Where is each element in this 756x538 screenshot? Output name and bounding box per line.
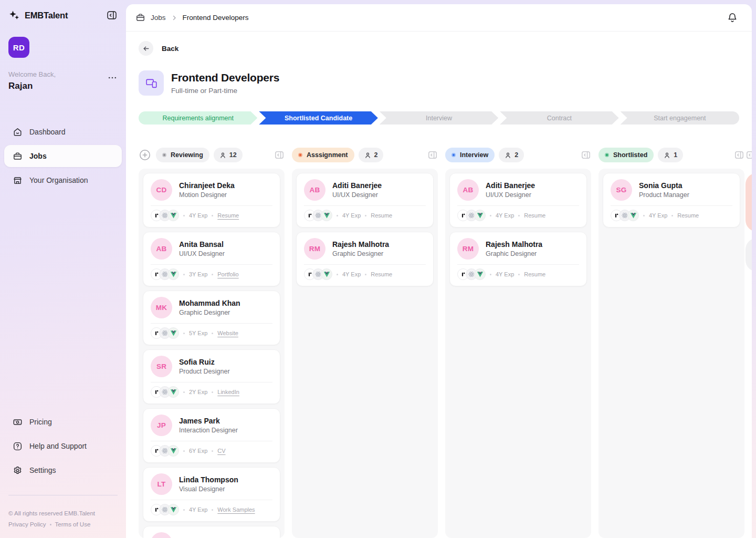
column-body: ABAditi BanerjeeUI/UX Designer4Y ExpResu… xyxy=(292,169,438,538)
pipeline-stage-requirements-alignment[interactable]: Requirements alignment xyxy=(139,111,257,125)
candidate-avatar: SG xyxy=(611,179,632,201)
experience-label: 4Y Exp xyxy=(189,212,207,219)
sidebar-item-jobs[interactable]: Jobs xyxy=(4,145,122,167)
candidate-role: Graphic Designer xyxy=(332,250,389,257)
sidebar-item-pricing[interactable]: Pricing xyxy=(4,411,122,433)
candidate-card[interactable]: SRSofia RuizProduct Designer2Y ExpLinked… xyxy=(143,349,280,404)
column-name: Asssignment xyxy=(307,151,348,159)
board-column-interview: Interview2ABAditi BanerjeeUI/UX Designer… xyxy=(445,148,591,538)
candidate-link-resume[interactable]: Resume xyxy=(524,212,545,219)
experience-label: 4Y Exp xyxy=(496,212,514,219)
back-label: Back xyxy=(162,45,178,53)
collapsed-column-rejected[interactable]: Rejected xyxy=(746,173,752,232)
candidate-avatar: JP xyxy=(151,415,172,436)
column-status-pill[interactable]: Asssignment xyxy=(292,148,354,162)
help-icon xyxy=(13,441,23,451)
status-dot-icon xyxy=(452,153,456,157)
briefcase-icon xyxy=(13,151,23,161)
page-subtitle: Full-time or Part-time xyxy=(171,87,279,95)
sidebar-item-dashboard[interactable]: Dashboard xyxy=(4,121,122,143)
candidate-role: Graphic Designer xyxy=(486,250,542,257)
tech-stack xyxy=(457,210,486,221)
candidate-link-cv[interactable]: CV xyxy=(217,448,225,454)
candidate-card[interactable]: SGSonia GuptaProduct Manager4Y ExpResume xyxy=(603,173,740,227)
candidate-card[interactable]: MKMohammad KhanGraphic Designer5Y ExpWeb… xyxy=(143,291,280,345)
candidate-name: Anita Bansal xyxy=(179,240,225,249)
candidate-name: Rajesh Malhotra xyxy=(486,240,542,249)
candidate-avatar: AB xyxy=(151,238,172,260)
candidate-name: Chiranjeet Deka xyxy=(179,181,235,190)
collapse-column-icon[interactable] xyxy=(427,150,438,160)
back-button[interactable]: Back xyxy=(139,41,752,56)
terms-of-use-link[interactable]: Terms of Use xyxy=(55,521,91,527)
candidate-card[interactable]: JPJames ParkInteraction Designer6Y ExpCV xyxy=(143,408,280,463)
candidate-card[interactable]: ABAnita BansalUI/UX Designer3Y ExpPortfo… xyxy=(143,232,280,286)
sparkle-logo-icon xyxy=(8,9,20,21)
candidate-card[interactable]: LTLinda ThompsonVisual Designer4Y ExpWor… xyxy=(143,467,280,522)
tech-stack xyxy=(151,210,179,221)
briefcase-icon xyxy=(135,13,145,23)
board-column-asssignment: Asssignment2ABAditi BanerjeeUI/UX Design… xyxy=(292,148,438,538)
candidate-link-resume[interactable]: Resume xyxy=(524,271,545,277)
experience-label: 4Y Exp xyxy=(189,506,207,513)
vue-icon xyxy=(627,210,639,221)
collapsed-columns-strip: Rejected8 xyxy=(746,148,752,538)
sidebar-divider xyxy=(8,495,118,495)
pipeline-stage-contract[interactable]: Contract xyxy=(500,111,618,125)
candidate-link-portfolio[interactable]: Portfolio xyxy=(217,271,238,277)
candidate-card[interactable]: ABAditi BanerjeeUI/UX Designer4Y ExpResu… xyxy=(449,173,587,227)
collapsed-count-pill: 8 xyxy=(746,238,752,272)
user-menu-ellipsis-icon[interactable] xyxy=(107,73,118,83)
collapse-column-icon[interactable] xyxy=(746,150,752,160)
experience-label: 4Y Exp xyxy=(496,271,514,277)
column-status-pill[interactable]: Interview xyxy=(445,148,495,162)
candidate-link-resume[interactable]: Resume xyxy=(371,212,392,219)
candidate-link-work-samples[interactable]: Work Samples xyxy=(217,506,255,513)
bell-icon[interactable] xyxy=(727,12,738,24)
user-name: Rajan xyxy=(8,81,56,91)
candidate-avatar: AB xyxy=(457,179,479,201)
vue-icon xyxy=(474,210,486,221)
candidate-role: Motion Designer xyxy=(179,191,235,199)
candidate-link-linkedin[interactable]: LinkedIn xyxy=(217,389,239,395)
candidate-count-pill: 1 xyxy=(658,148,683,162)
candidate-card[interactable]: GHGurpreet Handa xyxy=(143,526,280,538)
user-avatar[interactable]: RD xyxy=(8,37,29,58)
pipeline-stage-interview[interactable]: Interview xyxy=(380,111,498,125)
collapse-column-icon[interactable] xyxy=(734,150,744,160)
candidate-card[interactable]: RMRajesh MalhotraGraphic Designer4Y ExpR… xyxy=(296,232,434,286)
copyright-text: © All rights reserved EMB.Talent xyxy=(8,510,118,516)
candidate-link-resume[interactable]: Resume xyxy=(217,212,239,219)
sidebar-item-settings[interactable]: Settings xyxy=(4,459,122,481)
column-status-pill[interactable]: Shortlisted xyxy=(598,148,654,162)
add-candidate-icon[interactable] xyxy=(139,149,151,161)
candidate-link-resume[interactable]: Resume xyxy=(677,212,699,219)
pipeline-stage-start-engagement[interactable]: Start engagement xyxy=(621,111,739,125)
vue-icon xyxy=(321,268,332,280)
kanban-board: Reviewing12CDChiranjeet DekaMotion Desig… xyxy=(139,148,752,538)
column-header: Shortlisted1 xyxy=(598,148,744,162)
sidebar-item-your-organisation[interactable]: Your Organisation xyxy=(4,169,122,191)
column-status-pill[interactable]: Reviewing xyxy=(156,148,209,162)
candidate-card[interactable]: CDChiranjeet DekaMotion Designer4Y ExpRe… xyxy=(143,173,280,227)
main-panel: Jobs Frontend Developers Back xyxy=(126,4,752,538)
pipeline-stage-shortlisted-candidate[interactable]: Shortlisted Candidate xyxy=(259,111,377,125)
vue-icon xyxy=(167,210,179,221)
candidate-card[interactable]: ABAditi BanerjeeUI/UX Designer4Y ExpResu… xyxy=(296,173,434,227)
column-body: ABAditi BanerjeeUI/UX Designer4Y ExpResu… xyxy=(445,169,591,538)
collapse-column-icon[interactable] xyxy=(581,150,591,160)
candidate-card[interactable]: RMRajesh MalhotraGraphic Designer4Y ExpR… xyxy=(449,232,587,286)
tech-stack xyxy=(304,268,332,280)
sidebar-nav: DashboardJobsYour Organisation xyxy=(4,121,122,191)
sidebar-item-help-and-support[interactable]: Help and Support xyxy=(4,435,122,457)
breadcrumb-jobs[interactable]: Jobs xyxy=(151,14,166,22)
vue-icon xyxy=(321,210,332,221)
candidate-link-resume[interactable]: Resume xyxy=(371,271,392,277)
pipeline-stepper: Requirements alignmentShortlisted Candid… xyxy=(139,111,739,125)
collapse-column-icon[interactable] xyxy=(274,150,285,160)
privacy-policy-link[interactable]: Privacy Policy xyxy=(8,521,46,527)
sidebar-collapse-icon[interactable] xyxy=(106,9,118,21)
candidate-link-website[interactable]: Website xyxy=(217,330,238,336)
banknote-icon xyxy=(13,417,23,427)
column-body: SGSonia GuptaProduct Manager4Y ExpResume xyxy=(598,169,744,538)
